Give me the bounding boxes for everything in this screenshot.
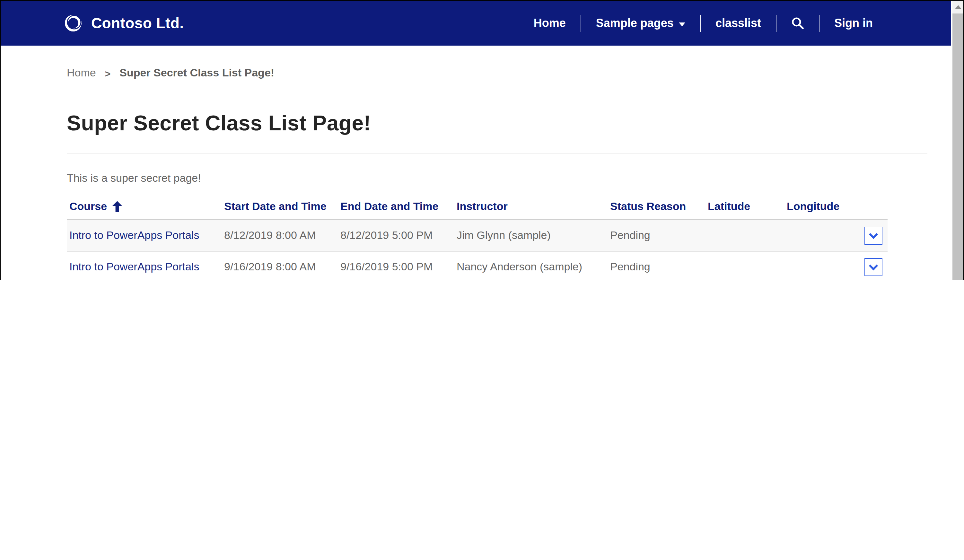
column-header-longitude[interactable]: Longitude	[787, 193, 839, 220]
top-navbar: Contoso Ltd. Home Sample pages classlist	[1, 1, 951, 46]
course-link[interactable]: Intro to PowerApps Portals	[69, 252, 199, 280]
row-actions-dropdown-button[interactable]	[865, 258, 883, 276]
end-date-cell: 9/16/2019 5:00 PM	[340, 252, 433, 280]
nav-item-home[interactable]: Home	[519, 16, 581, 30]
table-row: Intro to PowerApps Portals 8/12/2019 8:0…	[67, 220, 887, 252]
chevron-down-icon	[869, 230, 878, 239]
sign-in-button[interactable]: Sign in	[819, 16, 887, 30]
start-date-cell: 9/16/2019 8:00 AM	[224, 252, 316, 280]
title-divider	[67, 153, 927, 154]
chevron-down-icon	[679, 22, 685, 26]
start-date-cell: 8/12/2019 8:00 AM	[224, 220, 316, 251]
scrollbar-thumb[interactable]	[953, 13, 963, 280]
instructor-cell: Nancy Anderson (sample)	[457, 252, 582, 280]
contoso-logo-icon	[64, 13, 83, 33]
browser-page: Contoso Ltd. Home Sample pages classlist	[0, 0, 964, 280]
column-header-start[interactable]: Start Date and Time	[224, 193, 327, 220]
page-title: Super Secret Class List Page!	[67, 111, 371, 135]
table-row: Intro to PowerApps Portals 9/16/2019 8:0…	[67, 252, 887, 280]
status-cell: Pending	[610, 220, 650, 251]
end-date-cell: 8/12/2019 5:00 PM	[340, 220, 433, 251]
breadcrumb-separator: >	[105, 68, 111, 79]
nav-search-button[interactable]	[777, 17, 819, 29]
course-link[interactable]: Intro to PowerApps Portals	[69, 220, 199, 251]
breadcrumb: Home > Super Secret Class List Page!	[67, 67, 274, 80]
brand-name: Contoso Ltd.	[91, 15, 184, 32]
row-actions-dropdown-button[interactable]	[865, 227, 883, 245]
column-header-end[interactable]: End Date and Time	[340, 193, 438, 220]
vertical-scrollbar[interactable]	[953, 1, 963, 280]
brand-home-link[interactable]: Contoso Ltd.	[64, 1, 184, 46]
scroll-up-button[interactable]	[953, 1, 963, 13]
sort-ascending-icon	[112, 201, 122, 212]
intro-text: This is a super secret page!	[67, 172, 201, 185]
column-header-status[interactable]: Status Reason	[610, 193, 686, 220]
nav-item-sample-pages[interactable]: Sample pages	[581, 16, 700, 30]
class-list-table: Course Start Date and Time End Date and …	[67, 193, 887, 280]
column-header-course[interactable]: Course	[69, 193, 122, 220]
nav-menu: Home Sample pages classlist Sign in	[519, 1, 887, 46]
status-cell: Pending	[610, 252, 650, 280]
nav-item-classlist[interactable]: classlist	[701, 16, 776, 30]
triangle-up-icon	[955, 5, 961, 9]
instructor-cell: Jim Glynn (sample)	[457, 220, 551, 251]
breadcrumb-home-link[interactable]: Home	[67, 67, 96, 80]
breadcrumb-current: Super Secret Class List Page!	[119, 67, 274, 80]
chevron-down-icon	[869, 261, 878, 270]
column-header-latitude[interactable]: Latitude	[708, 193, 750, 220]
column-header-instructor[interactable]: Instructor	[457, 193, 508, 220]
search-icon	[791, 17, 804, 29]
table-header-row: Course Start Date and Time End Date and …	[67, 193, 887, 220]
